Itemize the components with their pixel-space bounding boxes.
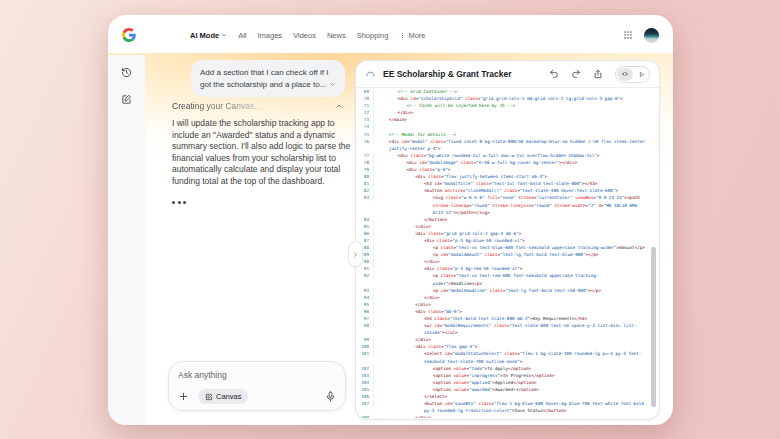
line-number: 94 bbox=[356, 294, 374, 301]
line-number: 86 bbox=[356, 230, 374, 237]
status-row: Creating your Canvas... bbox=[172, 101, 343, 111]
compose-icon[interactable] bbox=[121, 94, 132, 105]
user-message-bubble[interactable]: Add a section that I can check off if I … bbox=[191, 60, 345, 97]
line-number: 84 bbox=[356, 216, 374, 223]
nav-tab-images[interactable]: Images bbox=[258, 31, 283, 40]
chevron-down-icon[interactable] bbox=[329, 81, 336, 88]
line-number: 81 bbox=[356, 180, 374, 187]
code-editor[interactable]: 69<!-- Grid Container -->70<div id="scho… bbox=[356, 88, 659, 418]
line-number: 103 bbox=[356, 372, 374, 379]
ask-input[interactable]: Ask anything bbox=[178, 370, 336, 380]
nav-tab-all[interactable]: All bbox=[238, 31, 246, 40]
line-number: 90 bbox=[356, 258, 374, 265]
line-content: </div> bbox=[374, 258, 659, 265]
view-toggle bbox=[615, 66, 650, 83]
line-number: 93 bbox=[356, 287, 374, 294]
code-line: 85</div> bbox=[356, 223, 659, 230]
more-vert-icon bbox=[399, 32, 406, 39]
line-number: 104 bbox=[356, 379, 374, 386]
line-content: <option value="awarded">Awarded!</option… bbox=[374, 386, 659, 393]
line-number: 82 bbox=[356, 187, 374, 194]
code-line: 100<div class="flex gap-4"> bbox=[356, 343, 659, 350]
code-line: 92<p class="text-xs text-red-600 font-se… bbox=[356, 272, 659, 286]
line-content: <div class="flex justify-between items-s… bbox=[374, 173, 659, 180]
code-line: 98<ul id="modalRequirements" class="text… bbox=[356, 322, 659, 336]
share-icon[interactable] bbox=[593, 69, 603, 79]
line-content: <div id="modalImage" class="h-48 w-full … bbox=[374, 159, 659, 166]
code-line: 93<p id="modalDeadline" class="text-lg f… bbox=[356, 287, 659, 294]
line-number: 75 bbox=[356, 131, 374, 138]
code-line: 72</div> bbox=[356, 109, 659, 116]
chevron-up-icon[interactable] bbox=[335, 102, 343, 110]
google-logo[interactable] bbox=[122, 28, 136, 42]
loading-dots bbox=[172, 201, 186, 204]
line-content: <button onclick="closeModal()" class="te… bbox=[374, 187, 659, 194]
line-content: <p class="text-xs text-red-600 font-semi… bbox=[374, 272, 659, 286]
line-number: 69 bbox=[356, 88, 374, 95]
composer[interactable]: Ask anything Canvas bbox=[168, 361, 346, 411]
undo-icon[interactable] bbox=[549, 69, 559, 79]
code-line: 97<h4 class="font-bold text-slate-800 mb… bbox=[356, 315, 659, 322]
line-number: 101 bbox=[356, 350, 374, 357]
nav-more-button[interactable]: More bbox=[399, 31, 425, 40]
line-content: </main> bbox=[374, 116, 659, 123]
code-view-button[interactable] bbox=[617, 68, 633, 81]
caret-down-icon bbox=[221, 32, 227, 38]
code-line: 90</div> bbox=[356, 258, 659, 265]
line-number: 100 bbox=[356, 343, 374, 350]
plus-icon[interactable] bbox=[178, 391, 189, 402]
canvas-chip[interactable]: Canvas bbox=[198, 389, 248, 404]
line-content: <div class="p-6"> bbox=[374, 166, 659, 173]
code-line: 78<div id="modalImage" class="h-48 w-ful… bbox=[356, 159, 659, 166]
history-icon[interactable] bbox=[121, 67, 132, 78]
line-content: <option value="inprogress">In Progress</… bbox=[374, 372, 659, 379]
canvas-title: EE Scholarship & Grant Tracker bbox=[383, 69, 512, 79]
nav-tab-shopping[interactable]: Shopping bbox=[357, 31, 389, 40]
code-line: 80<div class="flex justify-between items… bbox=[356, 173, 659, 180]
line-number: 91 bbox=[356, 265, 374, 272]
line-number: 95 bbox=[356, 301, 374, 308]
line-number: 97 bbox=[356, 315, 374, 322]
line-number: 76 bbox=[356, 138, 374, 145]
nav-tab-ai-mode[interactable]: AI Mode bbox=[190, 31, 227, 40]
code-line: 103<option value="inprogress">In Progres… bbox=[356, 372, 659, 379]
line-number: 72 bbox=[356, 109, 374, 116]
line-content: <h3 id="modalTitle" class="text-2xl font… bbox=[374, 180, 659, 187]
preview-play-button[interactable] bbox=[634, 68, 648, 81]
line-content: </div> bbox=[374, 223, 659, 230]
line-content: <!-- Modal for details --> bbox=[374, 131, 659, 138]
line-number: 105 bbox=[356, 386, 374, 393]
code-line: 108</div> bbox=[356, 414, 659, 418]
line-content: <p id="modalDeadline" class="text-lg fon… bbox=[374, 287, 659, 294]
line-content: <svg class="w-6 h-6" fill="none" stroke=… bbox=[374, 194, 659, 215]
line-content: <ul id="modalRequirements" class="text-s… bbox=[374, 322, 659, 336]
line-number: 102 bbox=[356, 365, 374, 372]
avatar[interactable] bbox=[644, 28, 659, 43]
code-line: 79<div class="p-6"> bbox=[356, 166, 659, 173]
code-line: 99</div> bbox=[356, 336, 659, 343]
line-number: 92 bbox=[356, 272, 374, 279]
nav-tab-list: AllImagesVideosNewsShopping bbox=[238, 31, 388, 40]
line-content: <option value="todo">To Apply</option> bbox=[374, 365, 659, 372]
line-content: <div id="modal" class="fixed inset-0 bg-… bbox=[374, 138, 659, 152]
line-content: <!-- Grid Container --> bbox=[374, 88, 659, 95]
redo-icon[interactable] bbox=[571, 69, 581, 79]
code-line: 82<button onclick="closeModal()" class="… bbox=[356, 187, 659, 194]
line-number: 85 bbox=[356, 223, 374, 230]
line-content: <div class="flex gap-4"> bbox=[374, 343, 659, 350]
nav-tab-videos[interactable]: Videos bbox=[293, 31, 316, 40]
mic-icon[interactable] bbox=[325, 391, 336, 402]
apps-grid-icon[interactable] bbox=[623, 30, 633, 40]
user-message-text: Add a section that I can check off if I … bbox=[200, 68, 328, 89]
canvas-chip-icon bbox=[205, 393, 213, 401]
assistant-text: I will update the scholarship tracking a… bbox=[172, 118, 352, 188]
nav-tab-news[interactable]: News bbox=[327, 31, 346, 40]
line-number: 77 bbox=[356, 152, 374, 159]
top-nav: AI Mode AllImagesVideosNewsShopping More bbox=[108, 15, 673, 55]
canvas-panel: EE Scholarship & Grant Tracker bbox=[355, 60, 660, 420]
desktop-background: AI Mode AllImagesVideosNewsShopping More bbox=[0, 0, 780, 439]
line-content: <div class="mb-6"> bbox=[374, 308, 659, 315]
code-scrollbar[interactable] bbox=[651, 247, 656, 407]
line-number: 74 bbox=[356, 123, 374, 130]
code-line: 71<!-- Cards will be injected here by JS… bbox=[356, 102, 659, 109]
